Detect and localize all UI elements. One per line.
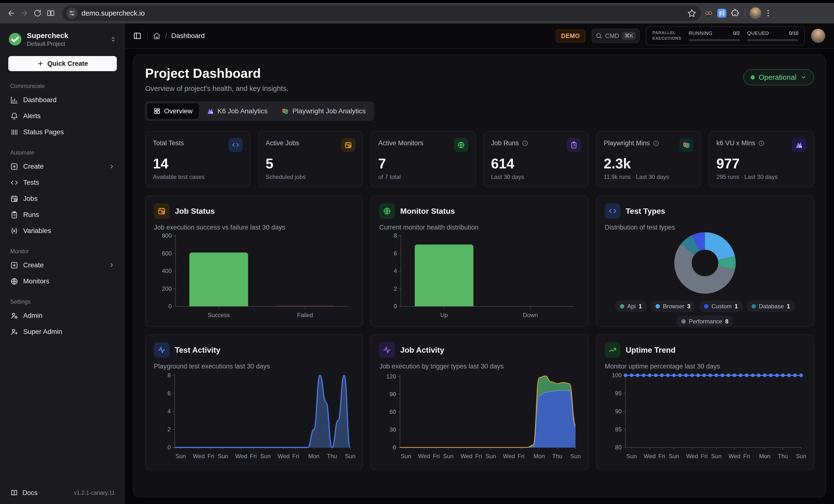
stat-cards-row: Total Tests 14 Available test cases Acti… — [145, 131, 814, 187]
breadcrumb[interactable]: Dashboard — [171, 32, 205, 40]
stat-card-total-tests: Total Tests 14 Available test cases — [145, 131, 250, 187]
svg-text:60: 60 — [390, 409, 396, 415]
sidebar-item-dashboard[interactable]: Dashboard — [6, 92, 119, 108]
page-title: Project Dashboard — [145, 66, 288, 81]
job-status-chart: 0200400600800SuccessFailed — [154, 231, 354, 321]
info-icon[interactable] — [653, 140, 659, 146]
status-bars-icon — [10, 128, 18, 136]
svg-text:Sun: Sun — [176, 453, 186, 459]
queued-progress-bar — [747, 39, 798, 41]
svg-text:0: 0 — [394, 303, 397, 310]
svg-text:Sun: Sun — [260, 453, 271, 459]
svg-text:600: 600 — [162, 250, 172, 257]
extensions-puzzle-icon[interactable] — [730, 8, 740, 19]
version-label: v1.2.1-canary.11 — [74, 489, 115, 496]
svg-text:Fri: Fri — [658, 453, 665, 459]
supercheck-logo-icon — [8, 32, 22, 46]
sidebar-item-create-automate[interactable]: Create — [6, 158, 119, 175]
tab-k6-job-analytics[interactable]: k6 K6 Job Analytics — [200, 103, 274, 119]
globe-icon — [457, 141, 465, 149]
url-bar[interactable]: demo.supercheck.io — [62, 5, 701, 21]
svg-text:Sun: Sun — [570, 453, 581, 459]
split-view-icon[interactable] — [45, 8, 56, 19]
test-activity-card: Test Activity Playground test executions… — [145, 335, 363, 470]
project-name: Default Project — [27, 41, 105, 47]
legend-pill-api[interactable]: Api1 — [615, 300, 647, 312]
charts-grid: Job Status Job execution success vs fail… — [145, 196, 814, 470]
legend-pill-custom[interactable]: Custom1 — [699, 300, 743, 312]
clipboard-icon — [570, 141, 578, 149]
chevrons-up-down-icon — [109, 36, 117, 43]
sidebar-item-variables[interactable]: Variables — [6, 223, 119, 239]
stat-card-active-jobs: Active Jobs 5 Scheduled jobs — [258, 131, 363, 187]
tab-overview[interactable]: Overview — [147, 103, 199, 119]
window-top-strip — [0, 0, 834, 3]
quick-create-button[interactable]: Quick Create — [8, 56, 117, 71]
svg-text:Wed: Wed — [644, 453, 656, 459]
sidebar-item-jobs[interactable]: Jobs — [6, 190, 119, 207]
chevron-right-icon — [109, 163, 115, 169]
legend-pill-browser[interactable]: Browser3 — [651, 300, 695, 312]
browser-menu-icon[interactable] — [764, 9, 772, 18]
svg-text:Mon: Mon — [533, 453, 545, 459]
svg-text:8: 8 — [394, 232, 397, 239]
section-label-communicate: Communicate — [10, 83, 119, 89]
sidebar-toggle-icon[interactable] — [133, 31, 142, 40]
sidebar-item-alerts[interactable]: Alerts — [6, 108, 119, 124]
trending-up-icon — [609, 346, 617, 354]
svg-text:4: 4 — [394, 268, 397, 274]
playwright-masks-icon — [683, 141, 690, 149]
svg-text:Wed: Wed — [193, 453, 205, 459]
sidebar-item-admin[interactable]: Admin — [6, 307, 119, 324]
chevron-right-icon — [109, 262, 115, 268]
dashboard-tabs: Overview k6 K6 Job Analytics Playwright … — [145, 101, 374, 121]
svg-text:0: 0 — [169, 303, 172, 310]
legend-pill-performance[interactable]: Performance8 — [677, 316, 733, 327]
bar-chart-icon — [10, 96, 18, 104]
svg-text:0: 0 — [168, 444, 171, 451]
playwright-masks-icon — [282, 108, 289, 115]
svg-text:Fri: Fri — [250, 453, 257, 459]
bookmark-star-icon[interactable] — [687, 8, 697, 18]
legend-dot — [681, 319, 686, 324]
svg-text:0: 0 — [393, 444, 396, 451]
svg-text:2: 2 — [168, 426, 171, 433]
status-badge[interactable]: Operational — [743, 69, 814, 85]
docs-link[interactable]: Docs — [22, 489, 38, 497]
svg-text:Fri: Fri — [433, 453, 440, 459]
browser-profile-avatar[interactable] — [750, 7, 761, 19]
svg-text:Wed: Wed — [686, 453, 698, 459]
forward-icon[interactable] — [19, 8, 30, 19]
tab-playwright-job-analytics[interactable]: Playwright Job Analytics — [275, 103, 372, 119]
command-search-button[interactable]: CMD ⌘K — [592, 29, 640, 43]
home-icon[interactable] — [153, 32, 161, 40]
sidebar-item-tests[interactable]: Tests — [6, 175, 119, 190]
sidebar-item-monitors[interactable]: Monitors — [6, 273, 119, 289]
svg-text:90: 90 — [390, 391, 396, 397]
info-icon[interactable] — [522, 140, 528, 146]
sidebar-item-create-monitor[interactable]: Create — [6, 257, 119, 273]
activity-icon — [383, 346, 391, 354]
blue-extension-icon[interactable]: F — [717, 8, 727, 19]
browser-chrome: demo.supercheck.io F — [0, 0, 834, 23]
refresh-icon[interactable] — [32, 8, 43, 19]
calendar-clock-icon — [157, 207, 166, 215]
app-name: Supercheck — [27, 31, 105, 40]
svg-text:Fri: Fri — [475, 453, 482, 459]
legend-dot — [751, 304, 756, 308]
job-activity-chart: 0306090120SunWedFriSunWedFriSunWedFriMon… — [379, 371, 579, 462]
topbar-divider — [147, 32, 148, 40]
back-icon[interactable] — [6, 8, 17, 19]
legend-pill-database[interactable]: Database1 — [747, 300, 795, 312]
sidebar-item-status-pages[interactable]: Status Pages — [6, 124, 119, 140]
svg-text:6: 6 — [394, 250, 397, 257]
user-avatar[interactable] — [811, 29, 825, 43]
project-switcher[interactable]: Supercheck Default Project — [6, 30, 119, 47]
sidebar-item-runs[interactable]: Runs — [6, 207, 119, 223]
sidebar-item-super-admin[interactable]: Super Admin — [6, 324, 119, 340]
search-icon — [595, 32, 602, 39]
info-icon[interactable] — [758, 140, 765, 146]
robot-extension-icon[interactable] — [703, 8, 714, 19]
square-plus-icon — [10, 163, 18, 170]
url-text[interactable]: demo.supercheck.io — [82, 9, 683, 17]
